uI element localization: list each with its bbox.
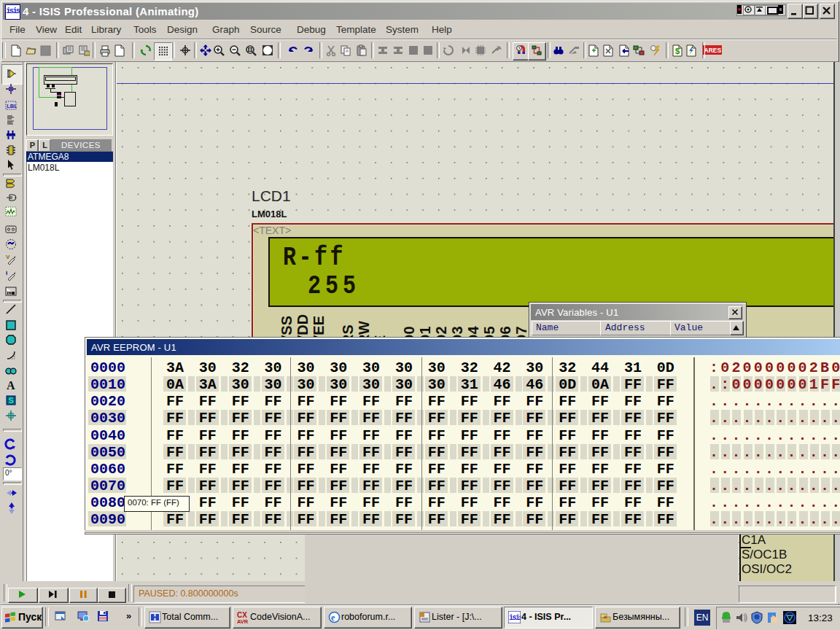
- svg-text:LBL: LBL: [7, 103, 17, 109]
- svg-text:e: e: [331, 612, 335, 623]
- svg-text:V: V: [6, 254, 10, 260]
- svg-text:E3: E3: [8, 292, 12, 295]
- svg-text:$: $: [675, 47, 680, 55]
- svg-text:isis: isis: [509, 614, 521, 622]
- svg-text:ARES: ARES: [704, 47, 722, 54]
- svg-text:S: S: [9, 396, 14, 405]
- svg-text:I: I: [6, 270, 7, 276]
- svg-text:AVR: AVR: [237, 618, 249, 624]
- svg-text:A: A: [7, 379, 15, 391]
